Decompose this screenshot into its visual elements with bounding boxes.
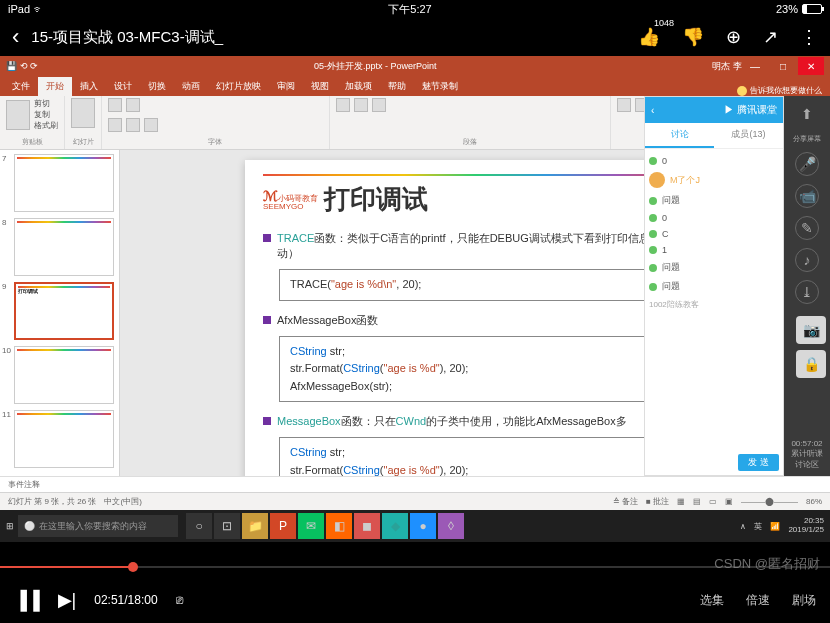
speed-button[interactable]: 倍速 xyxy=(746,592,770,609)
app-icon[interactable]: ◧ xyxy=(326,513,352,539)
numbering-button[interactable] xyxy=(354,98,368,112)
tab-home[interactable]: 开始 xyxy=(38,77,72,96)
tab-addins[interactable]: 加载项 xyxy=(337,77,380,96)
tab-view[interactable]: 视图 xyxy=(303,77,337,96)
video-progress[interactable] xyxy=(0,566,830,568)
underline-button[interactable] xyxy=(144,118,158,132)
app-icon-3[interactable]: ◆ xyxy=(382,513,408,539)
notes-label[interactable]: 事件注释 xyxy=(0,476,830,492)
chat-item[interactable]: 问题 xyxy=(649,191,779,210)
ppt-taskbar-icon[interactable]: P xyxy=(270,513,296,539)
autosave-icon[interactable]: 💾 ⟲ ⟳ xyxy=(6,61,38,71)
italic-button[interactable] xyxy=(126,118,140,132)
tab-slideshow[interactable]: 幻灯片放映 xyxy=(208,77,269,96)
app-icon-4[interactable]: ● xyxy=(410,513,436,539)
copy-button[interactable]: 复制 xyxy=(34,109,58,120)
send-button[interactable]: 发 送 xyxy=(738,454,779,471)
thumb-7[interactable]: 7 xyxy=(4,154,115,212)
chat-item[interactable]: 问题 xyxy=(649,258,779,277)
view-normal-icon[interactable]: ▦ xyxy=(677,497,685,506)
minimize-button[interactable]: — xyxy=(742,57,768,75)
mic-icon[interactable]: 🎤 xyxy=(795,152,819,176)
next-icon[interactable]: ⤓ xyxy=(795,280,819,304)
start-button[interactable]: ⊞ xyxy=(6,521,14,531)
font-select[interactable] xyxy=(108,98,122,112)
thumb-8[interactable]: 8 xyxy=(4,218,115,276)
share-button[interactable]: ↗ xyxy=(763,26,778,48)
camera-button[interactable]: 📷 xyxy=(796,316,826,344)
cast-button[interactable]: ⊕ xyxy=(726,26,741,48)
tab-design[interactable]: 设计 xyxy=(106,77,140,96)
tab-help[interactable]: 帮助 xyxy=(380,77,414,96)
lock-button[interactable]: 🔒 xyxy=(796,350,826,378)
slide-thumbnails[interactable]: 7 8 9打印调试 10 11 xyxy=(0,150,120,476)
network-icon[interactable]: 📶 xyxy=(770,522,780,531)
view-slideshow-icon[interactable]: ▣ xyxy=(725,497,733,506)
cast-icon[interactable]: ⎚ xyxy=(176,593,183,607)
app-icon-2[interactable]: ◼ xyxy=(354,513,380,539)
cut-button[interactable]: 剪切 xyxy=(34,98,58,109)
chat-tab-discuss[interactable]: 讨论 xyxy=(645,123,714,148)
vs-icon[interactable]: ◊ xyxy=(438,513,464,539)
taskbar-clock[interactable]: 20:352019/1/25 xyxy=(788,517,824,535)
chat-body[interactable]: 0 M了个J 问题 0 C 1 问题 问题 1002陪练教客 xyxy=(645,149,783,450)
tab-record[interactable]: 魅节录制 xyxy=(414,77,466,96)
chat-tab-members[interactable]: 成员(13) xyxy=(714,123,783,148)
shapes-button[interactable] xyxy=(617,98,631,112)
font-size[interactable] xyxy=(126,98,140,112)
bullets-button[interactable] xyxy=(336,98,350,112)
next-button[interactable]: ▶| xyxy=(58,589,77,611)
close-button[interactable]: ✕ xyxy=(798,57,824,75)
chat-item[interactable]: M了个J xyxy=(649,169,779,191)
cortana-icon[interactable]: ○ xyxy=(186,513,212,539)
chat-item[interactable]: 0 xyxy=(649,210,779,226)
chat-item[interactable]: 问题 xyxy=(649,277,779,296)
thumb-11[interactable]: 11 xyxy=(4,410,115,468)
more-button[interactable]: ⋮ xyxy=(800,26,818,48)
ime-icon[interactable]: 英 xyxy=(754,521,762,532)
back-button[interactable]: ‹ xyxy=(12,24,19,50)
view-sorter-icon[interactable]: ▤ xyxy=(693,497,701,506)
new-slide-icon[interactable] xyxy=(71,98,95,128)
tell-me[interactable]: 告诉我你想要做什么 xyxy=(729,85,830,96)
share-screen-icon[interactable]: ⬆ xyxy=(795,102,819,126)
tab-file[interactable]: 文件 xyxy=(4,77,38,96)
tab-transitions[interactable]: 切换 xyxy=(140,77,174,96)
notes-button[interactable]: ≙ 备注 xyxy=(613,496,638,507)
taskbar-search[interactable]: ⚪在这里输入你要搜索的内容 xyxy=(18,515,178,537)
chat-item[interactable]: 1 xyxy=(649,242,779,258)
zoom-slider[interactable]: ———⬤——— xyxy=(741,497,798,506)
tray-up-icon[interactable]: ∧ xyxy=(740,522,746,531)
wechat-icon[interactable]: ✉ xyxy=(298,513,324,539)
paste-icon[interactable] xyxy=(6,100,30,130)
taskview-icon[interactable]: ⊡ xyxy=(214,513,240,539)
theater-button[interactable]: 剧场 xyxy=(792,592,816,609)
music-icon[interactable]: ♪ xyxy=(795,248,819,272)
chat-back-icon[interactable]: ‹ xyxy=(651,105,654,116)
format-painter-button[interactable]: 格式刷 xyxy=(34,120,58,131)
like-button[interactable]: 👍1048 xyxy=(638,26,660,48)
play-button[interactable]: ▐▐ xyxy=(14,590,40,611)
zoom-pct[interactable]: 86% xyxy=(806,497,822,506)
video-top-bar: ‹ 15-项目实战 03-MFC3-调试_ 👍1048 👎 ⊕ ↗ ⋮ xyxy=(0,18,830,56)
bold-button[interactable] xyxy=(108,118,122,132)
tab-insert[interactable]: 插入 xyxy=(72,77,106,96)
thumb-9[interactable]: 9打印调试 xyxy=(4,282,115,340)
video-icon[interactable]: 📹 xyxy=(795,184,819,208)
video-content[interactable]: 💾 ⟲ ⟳ 05-外挂开发.pptx - PowerPoint 明杰 李 — □… xyxy=(0,56,830,542)
thumb-10[interactable]: 10 xyxy=(4,346,115,404)
align-button[interactable] xyxy=(372,98,386,112)
tab-review[interactable]: 审阅 xyxy=(269,77,303,96)
maximize-button[interactable]: □ xyxy=(770,57,796,75)
comments-button[interactable]: ■ 批注 xyxy=(646,496,669,507)
chat-item[interactable]: C xyxy=(649,226,779,242)
tab-animations[interactable]: 动画 xyxy=(174,77,208,96)
explorer-icon[interactable]: 📁 xyxy=(242,513,268,539)
slide-canvas[interactable]: ℳ小码哥教育SEEMYGO 打印调试 TRACE函数：类似于C语言的printf… xyxy=(245,160,705,476)
view-reading-icon[interactable]: ▭ xyxy=(709,497,717,506)
pen-icon[interactable]: ✎ xyxy=(795,216,819,240)
progress-handle[interactable] xyxy=(128,562,138,572)
chat-item[interactable]: 0 xyxy=(649,153,779,169)
episodes-button[interactable]: 选集 xyxy=(700,592,724,609)
dislike-button[interactable]: 👎 xyxy=(682,26,704,48)
